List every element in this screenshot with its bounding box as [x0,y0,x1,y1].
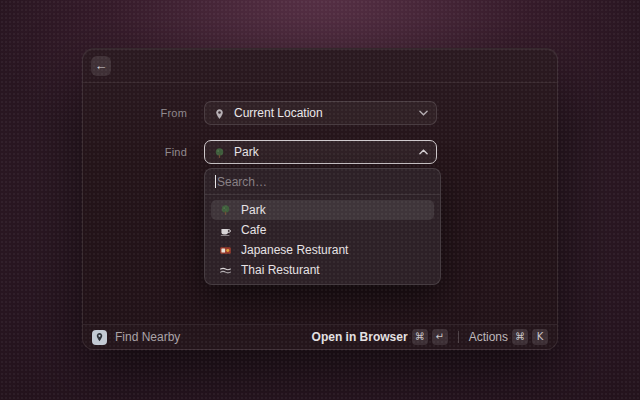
footer-bar: Find Nearby Open in Browser ⌘ ↵ Actions … [83,324,557,349]
form-row-find: Find Park [83,140,557,164]
option-label: Thai Resturant [241,263,320,277]
launcher-window: ← From Current Location Find Park [82,48,558,350]
find-select[interactable]: Park [204,140,437,164]
search-input[interactable]: Search… [205,169,440,195]
search-placeholder: Search… [217,175,267,189]
find-nearby-app-icon [92,330,107,345]
open-in-browser-button[interactable]: Open in Browser [312,330,408,344]
option-label: Cafe [241,223,266,237]
chevron-down-icon [419,110,428,116]
from-value: Current Location [234,106,323,120]
footer-divider [458,331,459,343]
actions-action[interactable]: Actions ⌘ K [469,329,548,345]
find-dropdown-panel: Search… Park Cafe Japanese Resturant [204,168,441,285]
coffee-icon [219,224,232,237]
option-japanese-resturant[interactable]: Japanese Resturant [211,240,434,260]
location-pin-icon [213,107,226,120]
window-header: ← [83,49,557,83]
option-label: Park [241,203,266,217]
noodles-icon [219,264,232,277]
option-cafe[interactable]: Cafe [211,220,434,240]
from-label: From [83,107,187,119]
options-list: Park Cafe Japanese Resturant Thai Restur… [205,195,440,285]
actions-button[interactable]: Actions [469,330,508,344]
cmd-key-badge: ⌘ [512,329,528,345]
k-key-badge: K [532,329,548,345]
text-caret [215,175,216,188]
open-in-browser-action[interactable]: Open in Browser ⌘ ↵ [312,329,448,345]
tree-icon [219,204,232,217]
return-key-badge: ↵ [432,329,448,345]
back-button[interactable]: ← [91,56,111,76]
form-row-from: From Current Location [83,101,557,125]
footer-app-name: Find Nearby [115,330,180,344]
form: From Current Location Find Park [83,83,557,164]
find-value: Park [234,145,259,159]
chevron-up-icon [419,149,428,155]
from-select[interactable]: Current Location [204,101,437,125]
option-park[interactable]: Park [211,200,434,220]
option-label: Japanese Resturant [241,243,348,257]
option-thai-resturant[interactable]: Thai Resturant [211,260,434,280]
cmd-key-badge: ⌘ [412,329,428,345]
find-label: Find [83,146,187,158]
bento-icon [219,244,232,257]
tree-icon [213,146,226,159]
